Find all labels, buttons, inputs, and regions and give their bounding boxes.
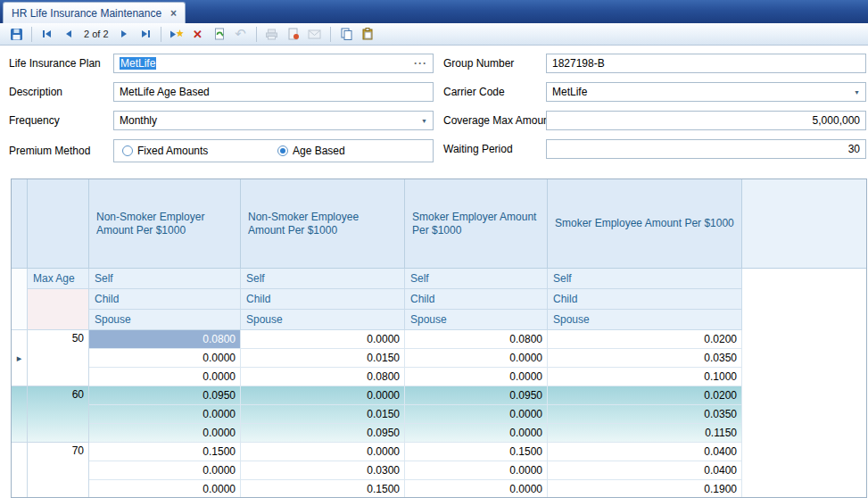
grid-cell[interactable]: 0.0000 [405,368,548,386]
max-age-cell[interactable]: 60 [28,386,89,443]
chevron-down-icon[interactable]: ▼ [421,118,427,124]
grid-subheader-cell[interactable]: Self [89,269,241,289]
first-record-icon[interactable] [37,25,57,43]
email-icon[interactable] [305,25,325,43]
grid-column-header[interactable]: Smoker Employee Amount Per $1000 [548,179,742,268]
radio-on-icon [277,145,288,156]
coverage-max-amount-input[interactable]: 5,000,000 [546,111,866,130]
grid-column-header[interactable]: Non-Smoker Employer Amount Per $1000 [89,179,241,268]
waiting-period-input[interactable]: 30 [546,139,866,159]
grid-cell[interactable]: 0.0000 [405,480,548,498]
grid-cell[interactable]: 0.0000 [405,405,548,424]
grid-subheader-cell[interactable]: Child [241,289,405,310]
grid-column-header[interactable]: Non-Smoker Employee Amount Per $1000 [241,179,405,268]
chevron-down-icon[interactable]: ▼ [854,89,860,95]
grid-cell[interactable]: 0.0150 [241,405,405,424]
coverage-max-amount-label: Coverage Max Amount [443,111,552,130]
grid-subheader-cell[interactable]: Spouse [548,310,742,330]
grid-cell[interactable]: 0.0000 [89,480,241,498]
grid-cell[interactable]: 0.0000 [405,461,548,480]
grid-cell[interactable]: 0.0400 [548,443,742,461]
max-age-cell[interactable]: 70 [28,443,89,498]
grid-cell[interactable]: 0.1150 [548,424,742,443]
grid-cell[interactable]: 0.0350 [548,349,742,368]
grid-corner-maxage-cell [28,179,89,268]
next-record-icon[interactable] [114,25,134,43]
grid-cell[interactable]: 0.0950 [89,386,241,405]
grid-cell[interactable]: 0.1000 [548,368,742,386]
grid-record[interactable]: ▸500.08000.00000.08000.02000.00000.01500… [12,330,742,386]
grid-cell[interactable]: 0.0800 [405,330,548,349]
grid-cell[interactable]: 0.0800 [241,368,405,386]
carrier-code-dropdown[interactable]: MetLife ▼ [546,82,866,102]
max-age-column-header[interactable]: Max Age [28,269,89,289]
grid-record[interactable]: 700.15000.00000.15000.04000.00000.03000.… [12,443,742,498]
grid-cell[interactable]: 0.1900 [548,480,742,498]
group-number-value: 1827198-B [552,57,860,70]
grid-subrow: 0.09500.00000.09500.0200 [89,386,742,405]
grid-subheader-cell[interactable]: Child [89,289,241,310]
grid-subheader-cell[interactable]: Child [548,289,742,310]
grid-cell[interactable]: 0.0000 [89,368,241,386]
frequency-dropdown[interactable]: Monthly ▼ [113,111,434,130]
grid-cell[interactable]: 0.0300 [241,461,405,480]
grid-record[interactable]: 600.09500.00000.09500.02000.00000.01500.… [12,386,742,443]
premium-method-label: Premium Method [9,141,90,161]
grid-cell[interactable]: 0.1500 [241,480,405,498]
paste-icon[interactable] [358,25,377,43]
grid-cell[interactable]: 0.0000 [241,443,405,461]
group-number-input[interactable]: 1827198-B [546,54,866,73]
grid-subheader-cell[interactable]: Self [548,269,742,289]
grid-cell[interactable]: 0.0800 [89,330,241,349]
save-icon[interactable] [6,25,26,43]
grid-cell[interactable]: 0.0000 [89,405,241,424]
grid-subrow: 0.15000.00000.15000.0400 [89,443,742,461]
grid-subheader-cell[interactable]: Spouse [89,310,241,330]
grid-cell[interactable]: 0.0350 [548,405,742,424]
lookup-ellipsis-button[interactable]: ··· [414,57,427,70]
grid-cell[interactable]: 0.0150 [241,349,405,368]
waiting-period-value: 30 [552,143,860,155]
last-record-icon[interactable] [136,25,155,43]
grid-subheader-cell[interactable]: Spouse [241,310,405,330]
grid-subrow: 0.00000.15000.00000.1900 [89,480,742,498]
grid-subrow: 0.00000.03000.00000.0400 [89,461,742,480]
undo-icon[interactable]: ↶ [231,25,251,43]
grid-subheader-cell[interactable]: Self [241,269,405,289]
grid-cell[interactable]: 0.0950 [241,424,405,443]
grid-column-headers: Non-Smoker Employer Amount Per $1000Non-… [89,179,742,268]
grid-subheader-cell[interactable]: Spouse [405,310,548,330]
refresh-icon[interactable] [210,25,229,43]
grid-column-header[interactable]: Smoker Employer Amount Per $1000 [405,179,548,268]
max-age-cell[interactable]: 50 [28,330,89,386]
previous-record-icon[interactable] [59,25,79,43]
frequency-label: Frequency [9,111,60,130]
grid-subheader-cell[interactable]: Self [405,269,548,289]
grid-cell[interactable]: 0.0000 [241,330,405,349]
new-record-icon[interactable] [167,25,186,43]
grid-cell[interactable]: 0.0000 [89,424,241,443]
grid-cell[interactable]: 0.0000 [241,386,405,405]
radio-fixed-amounts[interactable]: Fixed Amounts [122,140,208,162]
grid-cell[interactable]: 0.1500 [405,443,548,461]
grid-cell[interactable]: 0.0200 [548,330,742,349]
tab-hr-life-insurance-maintenance[interactable]: HR Life Insurance Maintenance × [3,2,186,23]
grid-cell[interactable]: 0.0000 [89,461,241,480]
radio-age-based[interactable]: Age Based [277,140,345,162]
print-icon[interactable] [262,25,282,43]
grid-cell[interactable]: 0.0000 [405,349,548,368]
grid-cell[interactable]: 0.0400 [548,461,742,480]
grid-cell[interactable]: 0.0200 [548,386,742,405]
toolbar-separator [330,27,331,42]
description-input[interactable]: MetLife Age Based [113,82,434,102]
document-stamp-icon[interactable] [284,25,303,43]
grid-cell[interactable]: 0.0950 [405,386,548,405]
grid-cell[interactable]: 0.1500 [89,443,241,461]
tab-close-icon[interactable]: × [170,7,177,20]
grid-subheader-cell[interactable]: Child [405,289,548,310]
copy-icon[interactable] [336,25,356,43]
grid-cell[interactable]: 0.0000 [89,349,241,368]
delete-record-icon[interactable]: ✕ [188,25,208,43]
grid-cell[interactable]: 0.0000 [405,424,548,443]
life-insurance-plan-input[interactable]: MetLife ··· [113,54,434,73]
